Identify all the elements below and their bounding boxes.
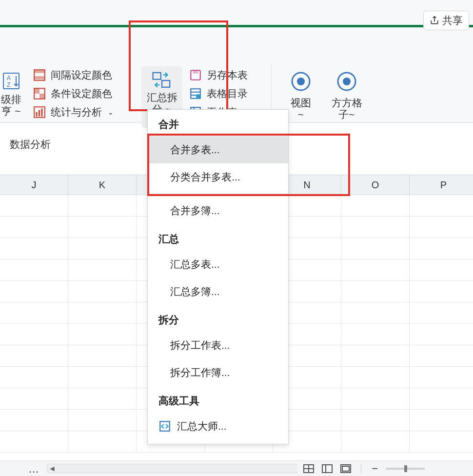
divider bbox=[361, 464, 361, 474]
sort-az-icon: A Z bbox=[1, 71, 21, 91]
dd-separator bbox=[148, 194, 288, 194]
svg-rect-10 bbox=[36, 112, 37, 117]
status-bar: − bbox=[297, 460, 473, 476]
dd-split-sheet[interactable]: 拆分工作表... bbox=[148, 332, 288, 359]
dd-split-workbook[interactable]: 拆分工作簿... bbox=[148, 359, 288, 386]
zoom-thumb[interactable] bbox=[404, 465, 407, 472]
zoom-out-button[interactable]: − bbox=[370, 462, 380, 475]
table-toc-button[interactable]: 表格目录 bbox=[189, 87, 272, 100]
ribbon-group-label: 数据分析 bbox=[10, 138, 51, 151]
dd-section-split: 拆分 bbox=[148, 305, 288, 332]
svg-point-21 bbox=[297, 78, 305, 85]
grid-color-icon bbox=[33, 69, 46, 81]
title-bar bbox=[0, 0, 473, 27]
summary-split-dropdown: 合并 合并多表... 分类合并多表... 合并多簿... 汇总 汇总多表... … bbox=[147, 109, 289, 444]
dd-merge-workbooks[interactable]: 合并多簿... bbox=[148, 197, 288, 224]
dd-section-advanced: 高级工具 bbox=[148, 386, 288, 413]
summary-master-icon bbox=[158, 420, 171, 433]
dd-summary-sheets[interactable]: 汇总多表... bbox=[148, 251, 288, 278]
share-button[interactable]: 共享 bbox=[423, 11, 469, 30]
svg-rect-4 bbox=[34, 70, 45, 73]
column-header[interactable]: O bbox=[341, 175, 410, 195]
normal-view-icon[interactable] bbox=[302, 463, 315, 474]
save-icon bbox=[189, 69, 202, 81]
zoom-slider[interactable] bbox=[386, 468, 425, 470]
svg-rect-30 bbox=[342, 466, 349, 471]
stats-icon bbox=[33, 106, 46, 119]
dd-summary-workbooks[interactable]: 汇总多簿... bbox=[148, 278, 288, 305]
page-layout-view-icon[interactable] bbox=[321, 463, 334, 474]
stats-analyze-button[interactable]: 统计与分析 ⌄ bbox=[33, 105, 116, 119]
scroll-left-icon[interactable]: ◄ bbox=[48, 464, 56, 473]
svg-rect-14 bbox=[162, 80, 170, 87]
advanced-sort-button[interactable]: A Z 级排 亨 ~ bbox=[0, 71, 22, 129]
svg-rect-11 bbox=[39, 110, 40, 117]
svg-rect-12 bbox=[41, 108, 42, 116]
target-icon bbox=[335, 70, 358, 93]
svg-text:Z: Z bbox=[7, 81, 10, 88]
dd-category-merge[interactable]: 分类合并多表... bbox=[148, 163, 288, 191]
svg-point-23 bbox=[343, 78, 351, 85]
chevron-down-icon: ⌄ bbox=[108, 108, 114, 116]
column-header[interactable]: P bbox=[410, 175, 473, 195]
merge-split-icon bbox=[151, 69, 173, 92]
sheet-tabs-more-button[interactable]: … bbox=[28, 464, 39, 475]
save-copy-button[interactable]: 另存本表 bbox=[189, 68, 272, 82]
svg-rect-13 bbox=[153, 73, 161, 79]
interval-color-button[interactable]: 间隔设定颜色 bbox=[33, 68, 116, 82]
target-icon bbox=[289, 70, 313, 93]
svg-rect-0 bbox=[3, 73, 19, 89]
ribbon: A Z 级排 亨 ~ 间隔设定颜色 条件设定颜色 bbox=[0, 27, 473, 123]
dd-summary-master[interactable]: 汇总大师... bbox=[148, 413, 288, 440]
conditional-color-button[interactable]: 条件设定颜色 bbox=[33, 87, 116, 100]
column-header[interactable]: J bbox=[0, 175, 68, 195]
svg-point-18 bbox=[196, 94, 200, 99]
toc-icon bbox=[189, 87, 202, 100]
share-label: 共享 bbox=[442, 14, 463, 27]
dd-section-merge: 合并 bbox=[148, 110, 288, 136]
dd-merge-multi-sheets[interactable]: 合并多表... bbox=[148, 136, 288, 163]
column-header[interactable]: K bbox=[68, 175, 137, 195]
dd-section-summary: 汇总 bbox=[148, 224, 288, 251]
page-break-view-icon[interactable] bbox=[339, 463, 352, 474]
share-icon bbox=[430, 16, 439, 25]
fangfang-button[interactable]: 方方格 子~ bbox=[328, 67, 366, 130]
svg-rect-8 bbox=[39, 94, 45, 99]
svg-rect-5 bbox=[34, 76, 45, 79]
svg-rect-7 bbox=[34, 88, 39, 94]
svg-text:A: A bbox=[7, 75, 11, 81]
svg-rect-27 bbox=[322, 465, 332, 473]
formatting-group: 间隔设定颜色 条件设定颜色 统计与分析 ⌄ bbox=[33, 68, 116, 119]
svg-rect-16 bbox=[193, 70, 198, 74]
cond-color-icon bbox=[33, 87, 46, 100]
